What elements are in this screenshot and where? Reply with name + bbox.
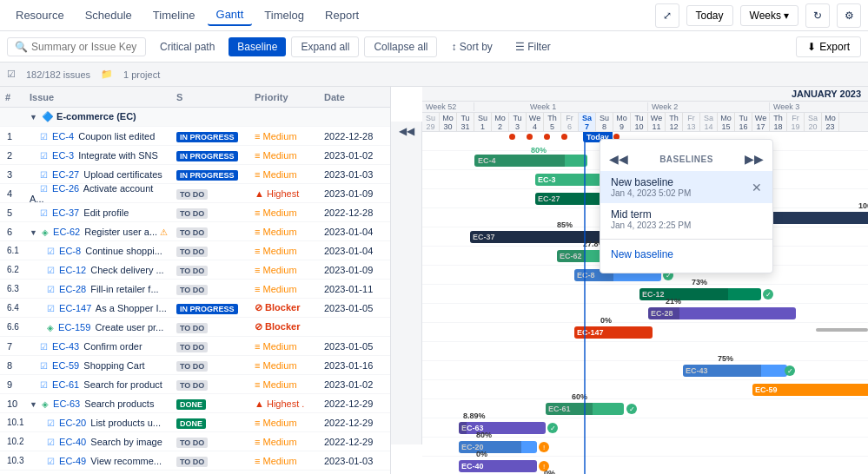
- collapse-all-button[interactable]: Collapse all: [364, 36, 437, 57]
- day-cell: Tu10: [631, 113, 648, 132]
- gantt-bar-progress: [639, 288, 728, 300]
- issues-count: 182/182 issues: [26, 69, 90, 80]
- gantt-bar[interactable]: 8.89% EC-63: [459, 422, 546, 434]
- gantt-bar-progress: [474, 155, 565, 167]
- issue-panel: # Issue S Priority Date ▼ 🔷 E-commerce (…: [0, 87, 391, 474]
- issue-name: ☑ EC-4 Coupon list edited: [26, 131, 173, 142]
- issue-row: 7 ☑ EC-43 Confirm order TO DO ≡ Medium 2…: [0, 337, 390, 356]
- milestone-circle: ✓: [626, 404, 637, 414]
- day-cell: Su8: [596, 113, 613, 132]
- sort-by-button[interactable]: ↕ Sort by: [442, 37, 500, 56]
- day-cell: Th12: [666, 113, 683, 132]
- baseline-button[interactable]: Baseline: [229, 37, 286, 56]
- day-cell: Fr6: [561, 113, 579, 132]
- baseline-bar: [816, 328, 868, 332]
- fit-to-screen-icon[interactable]: ⤢: [655, 3, 679, 28]
- nav-report[interactable]: Report: [316, 5, 368, 25]
- gantt-row: 75% EC-43 ✓: [422, 361, 868, 380]
- day-cell: Mo2: [492, 113, 509, 132]
- refresh-icon[interactable]: ↻: [805, 3, 830, 28]
- chevron-down-icon: ▾: [784, 10, 789, 22]
- day-cell: Tu31: [457, 113, 474, 132]
- critical-path-button[interactable]: Critical path: [151, 37, 223, 56]
- day-cell: Th18: [770, 113, 787, 132]
- today-line: [584, 132, 586, 474]
- col-header-issue: Issue: [26, 92, 173, 102]
- today-button[interactable]: Today: [686, 5, 733, 26]
- gantt-bar-progress: [648, 307, 679, 319]
- weeks-button[interactable]: Weeks ▾: [740, 5, 798, 26]
- gantt-row: 21% EC-28: [422, 304, 868, 323]
- week1-label: Week 1: [527, 102, 648, 111]
- issue-row: 3 ☑ EC-27 Upload certificates IN PROGRES…: [0, 165, 390, 184]
- baseline-item-0[interactable]: New baseline Jan 4, 2023 5:02 PM ✕: [600, 171, 772, 203]
- issue-row: 6.2 ☑ EC-12 Check delivery ... TO DO ≡ M…: [0, 260, 390, 280]
- gantt-row: 80% EC-20 !: [422, 438, 868, 457]
- day-cell: Fr19: [787, 113, 805, 132]
- download-icon: ⬇: [807, 41, 816, 53]
- status-bar: ☑ 182/182 issues 📁 1 project: [0, 63, 868, 87]
- expand-arrow-ec[interactable]: ▼: [30, 113, 37, 122]
- issue-row: 2 ☑ EC-3 Integrate with SNS IN PROGRESS …: [0, 146, 390, 165]
- toolbar: 🔍 Critical path Baseline Expand all Coll…: [0, 31, 868, 63]
- new-baseline-btn[interactable]: New baseline: [600, 243, 772, 266]
- gantt-bar-progress: [535, 193, 604, 205]
- day-cell: Tu3: [509, 113, 527, 132]
- filter-button[interactable]: ☰ Filter: [507, 37, 560, 56]
- day-cell: Mo30: [440, 113, 457, 132]
- gantt-bar[interactable]: 0% EC-147: [574, 326, 653, 339]
- top-nav: Resource Schedule Timeline Gantt Timelog…: [0, 0, 868, 31]
- milestone-circle: ✓: [547, 423, 558, 433]
- popup-next-btn[interactable]: ▶▶: [743, 150, 765, 168]
- project-icon: 📁: [101, 69, 113, 80]
- group-ec-name: ▼ 🔷 E-commerce (EC): [26, 111, 173, 122]
- close-baseline-0[interactable]: ✕: [752, 181, 762, 194]
- checkbox-icon: ☑: [7, 69, 16, 80]
- col-header-priority: Priority: [251, 92, 321, 102]
- issue-row: 10.3 ☑ EC-49 View recomme... TO DO ≡ Med…: [0, 451, 390, 471]
- issue-row: 9 ☑ EC-61 Search for product TO DO ≡ Med…: [0, 375, 390, 394]
- issue-row: 6.1 ☑ EC-8 Continue shoppi... TO DO ≡ Me…: [0, 241, 390, 260]
- gantt-row: [422, 342, 868, 361]
- popup-prev-btn[interactable]: ◀◀: [607, 150, 630, 168]
- nav-gantt[interactable]: Gantt: [208, 4, 253, 26]
- week2-label: Week 2: [648, 102, 770, 111]
- week3-label: Week 3: [770, 102, 868, 111]
- gantt-row: 0% EC-40 !: [422, 457, 868, 474]
- nav-timeline[interactable]: Timeline: [144, 5, 204, 25]
- collapse-left-btn[interactable]: ◀◀: [399, 125, 414, 137]
- gantt-bar[interactable]: 0% EC-59: [752, 384, 868, 396]
- search-input[interactable]: [31, 41, 138, 53]
- issue-row: 10.4 ☑ EC-56 Filter products IN PROGRESS…: [0, 471, 390, 474]
- gantt-bar[interactable]: EC-3: [535, 174, 605, 186]
- milestone-circle-orange: !: [539, 442, 549, 452]
- nav-schedule[interactable]: Schedule: [76, 5, 141, 25]
- day-cell: Tu16: [735, 113, 752, 132]
- gantt-bar-progress: [459, 422, 467, 434]
- month-label: JANUARY 2023: [792, 89, 861, 99]
- nav-resource[interactable]: Resource: [7, 5, 73, 25]
- day-cell: Fr13: [683, 113, 700, 132]
- search-icon: 🔍: [15, 41, 28, 53]
- milestone-circle: ✓: [785, 365, 795, 376]
- col-header-date: Date: [321, 92, 390, 102]
- export-button[interactable]: ⬇ Export: [796, 36, 861, 57]
- expand-all-button[interactable]: Expand all: [291, 36, 359, 57]
- gantt-bar-progress: [557, 250, 586, 262]
- baseline-item-1[interactable]: Mid term Jan 4, 2023 2:25 PM: [600, 203, 772, 235]
- day-cell: Mo23: [822, 113, 839, 132]
- milestone-dot: [527, 134, 533, 140]
- issue-row: 6 ▼ ◈ EC-62 Register user a... ⚠ TO DO ≡…: [0, 222, 390, 241]
- expand-arrow[interactable]: ▼: [30, 400, 37, 409]
- settings-icon[interactable]: ⚙: [837, 3, 861, 28]
- nav-timelog[interactable]: Timelog: [255, 5, 313, 25]
- gantt-row: 60% EC-61 ✓: [422, 399, 868, 418]
- today-cell: Sa7: [579, 113, 596, 132]
- expand-arrow[interactable]: ▼: [30, 228, 37, 237]
- search-box[interactable]: 🔍: [7, 37, 146, 56]
- issue-list: ▼ 🔷 E-commerce (EC) 1 ☑ EC-4 Coupon list…: [0, 108, 390, 474]
- day-cell: Mo15: [718, 113, 735, 132]
- gantt-bar[interactable]: 0% EC-40: [459, 460, 537, 472]
- milestone-dot: [509, 134, 515, 140]
- day-cell: Th5: [544, 113, 561, 132]
